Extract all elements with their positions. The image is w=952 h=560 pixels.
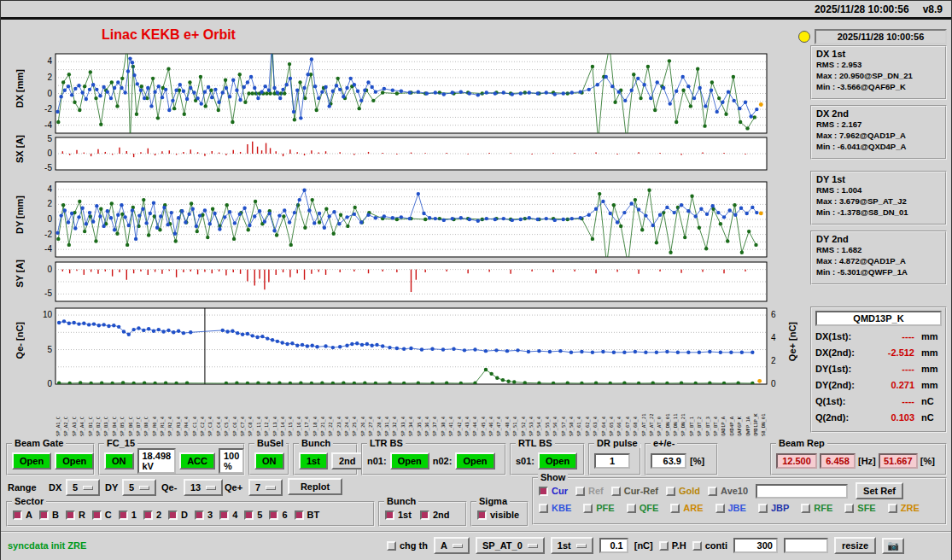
bpm-label: SP_BT_4	[713, 387, 718, 436]
bunch-select-dropdown[interactable]: 1st	[551, 537, 593, 554]
bpm-label: SP_53_4	[529, 387, 534, 436]
checkbox-indicator	[119, 510, 128, 520]
svg-text:-4: -4	[44, 120, 52, 130]
stat-min: Min : -3.566@QAF6P_K	[816, 81, 941, 92]
ph-checkbox[interactable]: P.H	[659, 540, 686, 551]
bpm-label: SP_37_4	[432, 387, 437, 436]
eplus-eminus-readout: 63.9	[651, 453, 686, 469]
beam-gate-open1-button[interactable]: Open	[12, 452, 51, 470]
range-qe-plus-dropdown[interactable]: 7	[248, 479, 283, 496]
range-dx-dropdown[interactable]: 5	[66, 479, 100, 496]
chg-th-checkbox[interactable]: chg th	[387, 540, 428, 551]
ltr-n02-open-button[interactable]: Open	[455, 452, 494, 470]
dx-orbit-plot[interactable]: 420-2-4	[17, 50, 797, 141]
sector-checkbox-3[interactable]: 3	[195, 510, 213, 520]
bunch-2nd-checkbox[interactable]: 2nd	[420, 510, 450, 520]
fc15-acc-button[interactable]: ACC	[179, 452, 215, 470]
svg-text:-2: -2	[44, 104, 52, 114]
sector-select-dropdown[interactable]: A	[434, 537, 470, 554]
show-gold-checkbox[interactable]: Gold	[666, 486, 700, 496]
show-pfe-checkbox[interactable]: PFE	[583, 503, 614, 513]
rtl-s01-open-button[interactable]: Open	[538, 452, 577, 470]
sector-checkbox-5[interactable]: 5	[244, 510, 262, 520]
set-ref-button[interactable]: Set Ref	[856, 482, 903, 499]
sector-checkbox-2[interactable]: 2	[143, 510, 161, 520]
monitor-readout-panel: QMD13P_K DX(1st): ---- mm DX(2nd): -2.51…	[810, 306, 947, 433]
bunch-1st-checkbox[interactable]: 1st	[385, 510, 412, 520]
bpm-label: SP_C6_4	[232, 387, 237, 436]
rtl-bs-group: RTL BS s01: Open	[510, 443, 585, 475]
range-dy-dropdown[interactable]: 5	[122, 479, 156, 496]
show-cur-checkbox[interactable]: Cur	[539, 486, 568, 496]
show-jbp-checkbox[interactable]: JBP	[758, 503, 789, 513]
bpm-label: SP_B2_C	[96, 387, 101, 436]
sx-steering-plot[interactable]: 50-5	[17, 133, 797, 178]
show-zre-checkbox[interactable]: ZRE	[888, 503, 920, 513]
optionmenu-dash-icon	[206, 486, 216, 490]
monitor-row: DX(2nd): -2.512 mm	[815, 344, 942, 360]
show-sfe-checkbox[interactable]: SFE	[844, 503, 875, 513]
show-rfe-checkbox[interactable]: RFE	[801, 503, 832, 513]
sector-checkbox-a[interactable]: A	[13, 510, 32, 520]
bpm-label: SP_C2_4	[200, 387, 205, 436]
bunch-2nd-button[interactable]: 2nd	[331, 452, 364, 470]
show-qfe-checkbox[interactable]: QFE	[627, 503, 659, 513]
svg-text:-2: -2	[44, 230, 52, 239]
dr-pulse-input[interactable]	[594, 453, 630, 469]
monitor-row: Q(1st): ---- nC	[815, 393, 942, 409]
bpm-label: SP_31_4	[384, 387, 389, 436]
screenshot-button[interactable]: 📷	[882, 538, 904, 554]
stat-rms: RMS : 2.953	[816, 59, 941, 70]
resize-button[interactable]: resize	[834, 537, 876, 554]
stat-title: DY 2nd	[816, 234, 941, 244]
show-ref-checkbox[interactable]: Ref	[575, 486, 604, 496]
beam-rep-hz-unit: [Hz]	[858, 456, 876, 466]
show-ave10-checkbox[interactable]: Ave10	[708, 486, 748, 496]
interval-input[interactable]	[733, 538, 778, 553]
sector-checkbox-1[interactable]: 1	[119, 510, 137, 520]
monitor-name-field[interactable]: QMD13P_K	[815, 311, 942, 326]
bpm-label: SP_BT_3	[705, 387, 710, 436]
bunch-1st-button[interactable]: 1st	[299, 452, 328, 470]
monitor-row: DY(2nd): 0.271 mm	[815, 376, 942, 393]
sector-checkbox-r[interactable]: R	[66, 510, 85, 520]
sector-checkbox-c[interactable]: C	[92, 510, 112, 520]
bpm-label: SP_15_4	[288, 387, 293, 436]
conti-checkbox[interactable]: conti	[692, 540, 727, 551]
threshold-input[interactable]	[599, 538, 628, 553]
show-jbe-checkbox[interactable]: JBE	[715, 503, 746, 513]
show-kbe-checkbox[interactable]: KBE	[539, 503, 571, 513]
spare-input[interactable]	[784, 538, 828, 553]
bpm-label: SP_58_4	[569, 387, 574, 436]
fc15-on-button[interactable]: ON	[104, 452, 134, 470]
bpm-label: SP_DN_21	[680, 387, 686, 436]
sigma-visible-checkbox[interactable]: visible	[477, 510, 519, 520]
bpm-label: SP_A1_C	[55, 387, 61, 436]
bpm-label: SP_22_4	[328, 387, 333, 436]
busel-on-button[interactable]: ON	[254, 452, 284, 470]
monitor-select-dropdown[interactable]: SP_AT_0	[476, 537, 545, 554]
replot-button[interactable]: Replot	[288, 478, 342, 495]
sector-checkbox-6[interactable]: 6	[269, 510, 287, 520]
ltr-bs-title: LTR BS	[367, 438, 406, 448]
checkbox-indicator	[244, 510, 254, 520]
sy-steering-plot[interactable]: 0-5	[17, 258, 797, 309]
optionmenu-dash-icon	[453, 544, 463, 548]
beam-gate-open2-button[interactable]: Open	[55, 452, 94, 470]
show-cur-ref-checkbox[interactable]: Cur-Ref	[611, 486, 658, 496]
sector-checkbox-4[interactable]: 4	[219, 510, 237, 520]
bpm-label: SP_B1_C	[88, 387, 93, 436]
range-qe-minus-dropdown[interactable]: 13	[184, 479, 223, 496]
ltr-n01-open-button[interactable]: Open	[390, 452, 429, 470]
titlebar: 2025/11/28 10:00:56 v8.9	[1, 1, 951, 20]
svg-text:-4: -4	[44, 244, 52, 254]
sigma-title: Sigma	[476, 496, 510, 506]
ref-file-input[interactable]	[756, 484, 848, 499]
sector-checkbox-b[interactable]: B	[39, 510, 59, 520]
charge-plot[interactable]: 10506420	[17, 304, 797, 392]
sector-checkbox-bt[interactable]: BT	[295, 510, 320, 520]
svg-text:-5: -5	[44, 289, 52, 298]
show-are-checkbox[interactable]: ARE	[670, 503, 703, 513]
sector-checkbox-d[interactable]: D	[168, 510, 188, 520]
dy-orbit-plot[interactable]: 420-2-4	[17, 178, 797, 265]
